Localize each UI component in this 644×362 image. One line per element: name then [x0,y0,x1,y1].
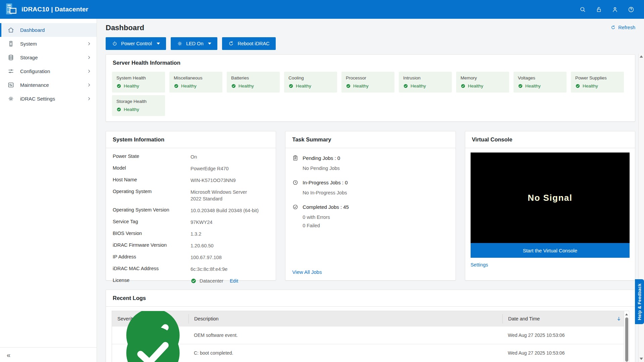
scrollbar-thumb[interactable] [625,317,628,362]
info-label: Power State [113,154,191,160]
reboot-idrac-button[interactable]: Reboot iDRAC [222,37,275,50]
power-icon [112,41,118,47]
info-value: WIN-K571OO73NN9 [191,177,269,184]
info-label: Model [113,165,191,172]
sidebar-item-label: Storage [20,55,38,60]
home-icon [7,26,14,34]
health-tile-system-health[interactable]: System Health Healthy [112,72,165,93]
scroll-up-arrow-icon[interactable] [625,313,628,315]
healthy-check-icon [575,83,580,88]
virtual-console-card: Virtual Console No Signal Start the Virt… [465,131,635,281]
info-label: Host Name [113,177,191,184]
idrac-logo [4,2,18,16]
clock-icon [292,179,299,186]
in-progress-jobs-count: In-Progress Jobs : 0 [303,180,347,185]
column-date-time[interactable]: Date and Time [502,314,624,323]
info-label: Operating System [113,189,191,202]
sidebar-item-label: Maintenance [20,82,49,88]
sidebar-item-storage[interactable]: Storage [0,51,97,64]
log-datetime: Wed Aug 27 2025 10:53:06 [502,350,624,356]
health-tile-voltages[interactable]: Voltages Healthy [514,72,567,93]
license-ok-icon [191,278,197,284]
health-tile-memory[interactable]: Memory Healthy [456,72,509,93]
no-pending-jobs-text: No Pending Jobs [303,166,448,171]
severity-ok-icon [117,317,189,362]
scroll-down-arrow-icon[interactable] [640,358,643,360]
chevron-right-icon [86,55,92,60]
server-health-card: Server Health Information System Health … [106,54,635,122]
license-value: Datacenter [200,278,223,284]
led-sun-icon [177,41,183,47]
healthy-check-icon [346,83,351,88]
help-icon[interactable] [628,6,635,13]
console-preview-screen: No Signal [471,153,630,243]
info-value: 10.0.20348 Build 20348 (64-bit) [191,207,269,214]
database-icon [7,54,14,61]
sidebar-item-label: Dashboard [20,27,45,33]
sidebar-item-maintenance[interactable]: Maintenance [0,78,97,92]
sidebar-item-dashboard[interactable]: Dashboard [0,23,97,37]
app-title: iDRAC10 | Datacenter [21,6,88,13]
user-icon[interactable] [611,6,619,13]
gear-icon [7,95,14,102]
system-information-card: System Information Power StateOn ModelPo… [106,131,276,281]
license-edit-link[interactable]: Edit [230,278,238,284]
task-summary-card: Task Summary Pending Jobs : 0 No Pending… [285,131,455,281]
led-on-button[interactable]: LED On [171,37,218,50]
chevron-right-icon [86,68,92,74]
failed-text: 0 Failed [303,223,448,228]
healthy-check-icon [288,83,293,88]
refresh-icon [610,25,616,30]
healthy-check-icon [116,83,121,88]
search-icon[interactable] [579,6,586,13]
health-tile-cooling[interactable]: Cooling Healthy [284,72,337,93]
virtual-console-settings-link[interactable]: Settings [471,262,488,267]
help-feedback-tab[interactable]: Help & Feedback [635,279,644,324]
completed-jobs-count: Completed Jobs : 45 [303,204,349,210]
scroll-up-arrow-icon[interactable] [640,55,643,58]
health-tile-batteries[interactable]: Batteries Healthy [227,72,280,93]
healthy-check-icon [174,83,179,88]
lock-icon[interactable] [595,6,602,13]
column-description[interactable]: Description [189,314,502,323]
health-tile-processor[interactable]: Processor Healthy [341,72,394,93]
reboot-icon [228,41,234,47]
chevron-right-icon [86,41,92,47]
with-errors-text: 0 with Errors [303,215,448,220]
logs-table-header: Severity Description Date and Time [112,311,629,326]
app-header: iDRAC10 | Datacenter [0,0,644,19]
sidebar-item-idrac-settings[interactable]: iDRAC Settings [0,92,97,106]
power-control-button[interactable]: Power Control [106,37,166,50]
no-signal-text: No Signal [528,193,572,203]
health-tile-power-supplies[interactable]: Power Supplies Healthy [571,72,624,93]
collapse-sidebar-button[interactable]: « [7,352,10,358]
info-value: PowerEdge R470 [191,165,269,172]
sidebar-footer: « [0,347,97,362]
view-all-jobs-link[interactable]: View All Jobs [292,269,448,275]
info-label: Operating System Version [113,207,191,214]
caret-down-icon [157,43,160,45]
info-label: IP Address [113,254,191,261]
sidebar-item-configuration[interactable]: Configuration [0,64,97,78]
info-value: 100.67.97.108 [191,254,269,261]
healthy-check-icon [403,83,408,88]
log-description: OEM software event. [189,333,502,338]
info-value: 97KWY24 [191,219,269,226]
caret-down-icon [208,43,211,45]
info-value: 1.20.60.50 [191,242,269,249]
health-tile-miscellaneous[interactable]: Miscellaneous Healthy [169,72,222,93]
page-title: Dashboard [106,23,144,32]
healthy-check-icon [116,107,121,112]
sidebar: Dashboard System Storage Configuration M… [0,19,97,362]
recent-logs-title: Recent Logs [106,290,635,307]
sidebar-item-system[interactable]: System [0,37,97,51]
start-virtual-console-button[interactable]: Start the Virtual Console [471,243,630,258]
sort-descending-icon[interactable] [616,316,622,322]
info-value: Microsoft Windows Server 2022 Standard [191,189,269,202]
pending-jobs-group: Pending Jobs : 0 No Pending Jobs [292,155,448,171]
logs-table-scrollbar[interactable] [624,311,629,362]
health-tile-storage-health[interactable]: Storage Health Healthy [112,95,165,116]
refresh-link[interactable]: Refresh [610,25,635,30]
in-progress-jobs-group: In-Progress Jobs : 0 No In-Progress Jobs [292,179,448,195]
health-tile-intrusion[interactable]: Intrusion Healthy [399,72,452,93]
